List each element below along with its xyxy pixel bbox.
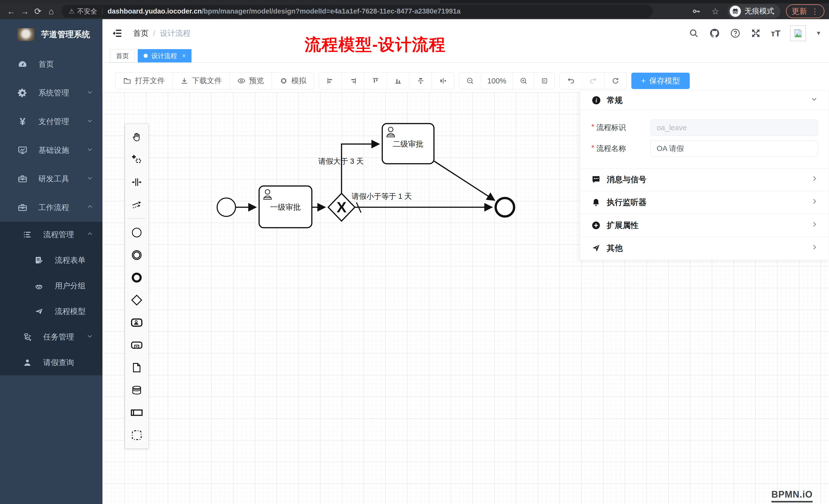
chevron-up-icon <box>86 203 93 212</box>
create-user-task[interactable] <box>125 311 149 334</box>
align-bottom-button[interactable] <box>387 73 409 89</box>
sidebar-item-payment[interactable]: ¥ 支付管理 <box>0 107 102 136</box>
sidebar-item-task-mgmt[interactable]: 任务管理 <box>0 324 102 350</box>
monitor-icon <box>17 145 28 155</box>
home-icon[interactable]: ⌂ <box>44 5 58 18</box>
face-icon <box>33 281 44 290</box>
zoom-reset-button[interactable] <box>534 73 554 89</box>
sidebar-item-process-model[interactable]: 流程模型 <box>0 299 102 324</box>
sidebar-item-label: 请假查询 <box>43 357 74 368</box>
chrome-menu-icon[interactable]: ⋮ <box>811 7 819 16</box>
flow-gateway-to-task2 <box>341 144 379 193</box>
create-intermediate-event[interactable] <box>125 244 149 266</box>
sidebar-item-home[interactable]: 首页 <box>0 50 102 79</box>
chrome-update-button[interactable]: 更新 ⋮ <box>786 4 824 18</box>
exclusive-gateway[interactable]: X <box>328 193 355 221</box>
start-event[interactable] <box>217 198 236 217</box>
restart-button[interactable] <box>604 73 626 89</box>
bpmn-io-watermark[interactable]: BPMN.iO <box>771 489 813 502</box>
password-key-icon[interactable] <box>690 5 703 18</box>
align-center-horizontal-button[interactable] <box>409 73 432 89</box>
process-name-input[interactable] <box>650 141 818 157</box>
undo-button[interactable] <box>560 73 582 89</box>
reload-icon[interactable]: ⟳ <box>31 5 44 18</box>
yen-icon: ¥ <box>17 116 28 127</box>
user-task-level2[interactable]: 二级审批 <box>382 124 434 164</box>
chevron-down-icon <box>86 117 93 126</box>
tab-design-process[interactable]: 设计流程 × <box>138 49 191 63</box>
send-icon <box>591 243 601 253</box>
font-size-icon[interactable]: тT <box>771 28 780 38</box>
browser-active-tab[interactable] <box>0 0 440 3</box>
section-message-signal[interactable]: 消息与信号 <box>580 168 829 191</box>
bookmark-star-icon[interactable]: ☆ <box>709 5 722 18</box>
sidebar-item-infra[interactable]: 基础设施 <box>0 136 102 164</box>
section-execution-listener[interactable]: 执行监听器 <box>580 191 829 214</box>
simulate-button[interactable]: 模拟 <box>272 73 314 89</box>
create-participant[interactable] <box>125 401 149 424</box>
not-secure-icon: ⚠ <box>69 7 74 15</box>
chevron-down-icon[interactable] <box>810 95 818 105</box>
section-other[interactable]: 其他 <box>580 237 829 260</box>
sidebar-item-workflow[interactable]: 工作流程 <box>0 193 102 222</box>
align-center-vertical-button[interactable] <box>432 73 454 89</box>
tab-home[interactable]: 首页 <box>110 49 135 63</box>
section-extended-attributes[interactable]: 扩展属性 <box>580 214 829 237</box>
preview-button[interactable]: 预览 <box>229 73 272 89</box>
avatar[interactable] <box>790 25 806 41</box>
create-start-event[interactable] <box>125 221 149 244</box>
workflow-submenu: 流程管理 流程表单 用户分组 流程模 <box>0 222 102 375</box>
global-connect-tool[interactable] <box>125 193 149 216</box>
back-icon[interactable]: ← <box>5 5 18 18</box>
dashboard-icon <box>17 59 28 69</box>
section-general[interactable]: i 常规 <box>580 90 829 110</box>
search-icon[interactable] <box>688 28 699 39</box>
download-file-button[interactable]: 下载文件 <box>172 73 229 89</box>
chevron-down-icon <box>86 333 93 341</box>
sidebar-item-leave-query[interactable]: 请假查询 <box>0 350 102 375</box>
create-data-object[interactable] <box>125 356 149 379</box>
sidebar-item-label: 任务管理 <box>43 332 74 342</box>
zoom-in-button[interactable] <box>512 73 534 89</box>
create-end-event[interactable] <box>125 266 149 289</box>
align-top-button[interactable] <box>364 73 387 89</box>
process-key-field: *流程标识 <box>591 119 818 136</box>
avatar-caret-icon[interactable]: ▼ <box>816 30 821 37</box>
app-logo[interactable]: 芋道管理系统 <box>0 19 102 50</box>
user-task-level1[interactable]: 一级审批 <box>259 186 312 228</box>
sidebar-item-devtools[interactable]: 研发工具 <box>0 164 102 193</box>
align-right-button[interactable] <box>341 73 364 89</box>
sidebar-item-process-mgmt[interactable]: 流程管理 <box>0 222 102 247</box>
tab-close-icon[interactable]: × <box>182 52 186 60</box>
create-subprocess[interactable] <box>125 334 149 356</box>
logo-image <box>17 28 34 41</box>
space-tool[interactable] <box>125 171 149 193</box>
properties-panel: i 常规 *流程标识 *流程名称 <box>580 90 829 260</box>
align-left-button[interactable] <box>319 73 341 89</box>
lasso-tool[interactable] <box>125 148 149 171</box>
end-event[interactable] <box>496 198 514 217</box>
address-bar[interactable]: ⚠ 不安全 dashboard.yudao.iocoder.cn /bpm/ma… <box>62 5 653 18</box>
fullscreen-icon[interactable] <box>750 28 761 39</box>
help-icon[interactable] <box>730 28 741 39</box>
open-file-button[interactable]: 打开文件 <box>115 73 172 89</box>
create-data-store[interactable] <box>125 379 149 401</box>
hand-tool[interactable] <box>125 126 149 148</box>
create-group[interactable] <box>125 424 149 447</box>
save-model-button[interactable]: + 保存模型 <box>632 73 690 89</box>
process-key-input[interactable] <box>650 119 818 136</box>
security-label[interactable]: 不安全 <box>77 7 97 16</box>
chevron-down-icon <box>86 88 93 97</box>
chevron-up-icon <box>86 230 93 239</box>
forward-icon[interactable]: → <box>18 5 31 18</box>
palette-separator <box>128 219 146 219</box>
create-gateway[interactable] <box>125 289 149 311</box>
github-icon[interactable] <box>709 28 720 39</box>
zoom-out-button[interactable] <box>459 73 481 89</box>
collapse-menu-icon[interactable] <box>111 27 123 39</box>
breadcrumb-home[interactable]: 首页 <box>133 28 148 39</box>
sidebar-item-process-form[interactable]: 流程表单 <box>0 247 102 273</box>
redo-button[interactable] <box>582 73 604 89</box>
sidebar-item-user-group[interactable]: 用户分组 <box>0 273 102 299</box>
sidebar-item-system[interactable]: 系统管理 <box>0 79 102 107</box>
